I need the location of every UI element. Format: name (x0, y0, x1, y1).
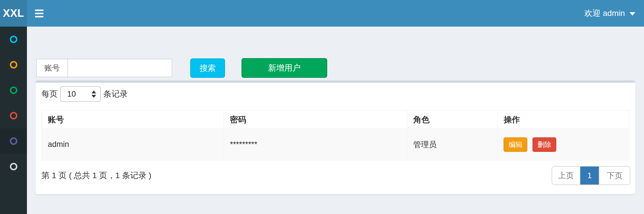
sidebar-item-6[interactable] (0, 154, 27, 179)
circle-outline-icon (10, 61, 17, 69)
sidebar-item-2[interactable] (0, 52, 27, 78)
user-table-panel: 每页 10 条记录 账号 密码 角色 (36, 80, 635, 194)
sidebar-nav (0, 27, 27, 214)
user-menu-dropdown[interactable]: 欢迎 admin (584, 0, 635, 27)
page-size-select[interactable]: 10 (60, 86, 101, 102)
cell-account: admin (42, 129, 224, 160)
welcome-user-label: 欢迎 admin (584, 8, 625, 19)
page-size-prefix-label: 每页 (41, 88, 58, 99)
delete-button[interactable]: 删除 (533, 137, 556, 152)
cell-actions: 编辑 删除 (497, 129, 629, 160)
column-header-password: 密码 (224, 110, 407, 129)
sidebar-item-4[interactable] (0, 103, 27, 128)
account-input-label: 账号 (37, 59, 68, 77)
sidebar-item-1[interactable] (0, 27, 27, 52)
top-navbar: XXL 欢迎 admin (0, 0, 644, 27)
table-row: admin ********* 管理员 编辑 删除 (42, 129, 629, 160)
main-content: 用户管理 账号 搜索 新增用户 每页 10 条记录 (27, 27, 644, 214)
sidebar-item-5-active[interactable] (0, 128, 27, 154)
prev-page-button[interactable]: 上页 (552, 167, 580, 185)
page-size-control: 每页 10 条记录 (41, 86, 128, 102)
hamburger-icon (35, 10, 43, 11)
cell-password: ********* (224, 129, 407, 160)
next-page-button[interactable]: 下页 (599, 167, 630, 185)
page-size-suffix-label: 条记录 (103, 88, 128, 99)
search-button[interactable]: 搜索 (190, 58, 225, 78)
current-page-button[interactable]: 1 (580, 167, 599, 185)
app-logo[interactable]: XXL (0, 0, 27, 27)
circle-outline-icon (10, 112, 17, 119)
table-header-row: 账号 密码 角色 操作 (42, 110, 629, 129)
caret-down-icon (630, 12, 635, 16)
pagination-summary: 第 1 页 ( 总共 1 页，1 条记录 ) (41, 170, 151, 181)
edit-button[interactable]: 编辑 (504, 137, 527, 152)
circle-outline-icon (10, 163, 17, 170)
circle-outline-icon (10, 86, 17, 94)
account-search-input[interactable] (68, 59, 172, 77)
page-size-value: 10 (67, 90, 92, 99)
select-arrows-icon (92, 91, 96, 98)
circle-outline-icon (10, 137, 17, 145)
column-header-role: 角色 (407, 110, 497, 129)
app-window: XXL 欢迎 admin 用户管理 (0, 0, 644, 214)
sidebar-toggle-button[interactable] (35, 0, 52, 27)
column-header-actions: 操作 (497, 110, 629, 129)
cell-role: 管理员 (407, 129, 497, 160)
sidebar-item-3[interactable] (0, 78, 27, 103)
circle-outline-icon (10, 36, 17, 43)
users-table: 账号 密码 角色 操作 admin ********* 管理员 编辑 删除 (41, 110, 630, 160)
column-header-account: 账号 (42, 110, 224, 129)
account-search-group: 账号 (36, 59, 172, 77)
add-user-button[interactable]: 新增用户 (241, 58, 327, 78)
pagination-controls: 上页 1 下页 (552, 166, 630, 185)
